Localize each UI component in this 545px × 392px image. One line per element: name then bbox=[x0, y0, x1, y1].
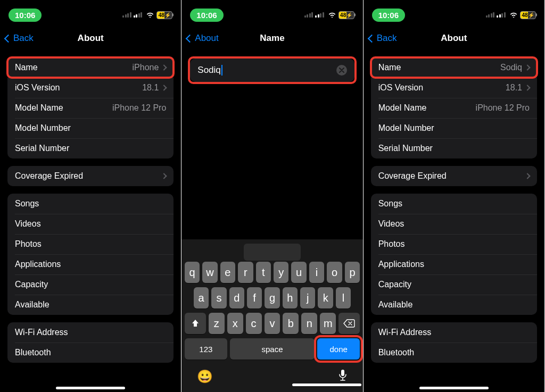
row-model-name: Model Name iPhone 12 Pro bbox=[371, 98, 537, 118]
highlight-edit-row: Sodiq bbox=[189, 57, 355, 83]
key-o[interactable]: o bbox=[327, 262, 342, 283]
key-space[interactable]: space bbox=[230, 338, 315, 360]
time-pill[interactable]: 10:06 bbox=[190, 9, 223, 22]
row-ios-version[interactable]: iOS Version 18.1 bbox=[7, 78, 174, 98]
row-bluetooth: Bluetooth bbox=[7, 343, 174, 363]
nav-bar: Back About bbox=[364, 27, 544, 50]
group-network: Wi-Fi Address Bluetooth bbox=[371, 322, 537, 363]
row-songs: Songs bbox=[371, 194, 537, 214]
key-a[interactable]: a bbox=[194, 287, 209, 308]
signal-phantom-icon bbox=[486, 12, 495, 18]
page-title: Name bbox=[260, 33, 284, 44]
home-indicator[interactable] bbox=[292, 383, 361, 386]
name-value: Sodiq bbox=[500, 63, 522, 72]
svg-rect-1 bbox=[341, 370, 344, 376]
key-d[interactable]: d bbox=[229, 287, 244, 308]
back-button[interactable]: Back bbox=[369, 33, 397, 44]
key-x[interactable]: x bbox=[227, 313, 243, 334]
row-ios-version[interactable]: iOS Version 18.1 bbox=[371, 78, 537, 98]
key-l[interactable]: l bbox=[336, 287, 351, 308]
row-name[interactable]: Name Sodiq bbox=[371, 57, 537, 78]
page-title: About bbox=[78, 33, 104, 44]
back-button[interactable]: Back bbox=[5, 33, 34, 44]
home-indicator[interactable] bbox=[419, 387, 489, 389]
keyboard-row-3: zxcvbnm bbox=[183, 313, 361, 334]
key-i[interactable]: i bbox=[309, 262, 324, 283]
name-input-row[interactable]: Sodiq bbox=[190, 59, 354, 82]
name-value: iPhone bbox=[133, 63, 159, 72]
row-photos: Photos bbox=[7, 234, 174, 254]
row-wifi-address: Wi-Fi Address bbox=[7, 322, 174, 343]
chevron-right-icon bbox=[161, 85, 167, 90]
name-label: Name bbox=[378, 63, 401, 72]
key-z[interactable]: z bbox=[209, 313, 225, 334]
battery-icon: 48⚡ bbox=[520, 11, 536, 19]
row-videos: Videos bbox=[371, 214, 537, 234]
signal-icon bbox=[134, 12, 143, 18]
row-capacity: Capacity bbox=[371, 274, 537, 295]
keyboard[interactable]: qwertyuiop asdfghjkl zxcvbnm 123 space d… bbox=[181, 239, 362, 392]
name-input[interactable]: Sodiq bbox=[197, 65, 336, 76]
key-n[interactable]: n bbox=[301, 313, 317, 334]
wifi-icon bbox=[146, 11, 154, 19]
key-m[interactable]: m bbox=[320, 313, 336, 334]
key-q[interactable]: q bbox=[185, 262, 200, 283]
status-icons: 48⚡ bbox=[122, 11, 172, 19]
row-bluetooth: Bluetooth bbox=[371, 343, 537, 363]
chevron-left-icon bbox=[4, 34, 13, 43]
key-c[interactable]: c bbox=[246, 313, 262, 334]
key-k[interactable]: k bbox=[318, 287, 333, 308]
key-s[interactable]: s bbox=[211, 287, 226, 308]
chevron-right-icon bbox=[161, 173, 167, 179]
row-coverage[interactable]: Coverage Expired bbox=[371, 166, 537, 186]
key-u[interactable]: u bbox=[291, 262, 306, 283]
key-e[interactable]: e bbox=[220, 262, 235, 283]
key-v[interactable]: v bbox=[265, 313, 280, 334]
row-name[interactable]: Name iPhone bbox=[7, 57, 174, 78]
signal-icon bbox=[497, 12, 506, 18]
emoji-button[interactable]: 😀 bbox=[197, 369, 213, 384]
group-coverage[interactable]: Coverage Expired bbox=[371, 166, 537, 186]
group-coverage[interactable]: Coverage Expired bbox=[7, 166, 174, 186]
group-media: Songs Videos Photos Applications Capacit… bbox=[371, 194, 537, 315]
chevron-left-icon bbox=[367, 34, 376, 43]
nav-bar: Back About bbox=[0, 27, 181, 50]
row-capacity: Capacity bbox=[7, 274, 174, 295]
key-w[interactable]: w bbox=[202, 262, 217, 283]
key-t[interactable]: t bbox=[256, 262, 271, 283]
wifi-icon bbox=[328, 11, 336, 19]
key-y[interactable]: y bbox=[274, 262, 288, 283]
clear-text-button[interactable] bbox=[336, 65, 347, 76]
time-pill[interactable]: 10:06 bbox=[9, 9, 42, 22]
back-button[interactable]: About bbox=[187, 33, 218, 44]
status-bar: 10:06 48⚡ bbox=[0, 3, 181, 27]
row-model-name: Model Name iPhone 12 Pro bbox=[7, 98, 174, 118]
time-pill[interactable]: 10:06 bbox=[372, 9, 405, 22]
row-available: Available bbox=[7, 295, 174, 315]
row-serial-number: Serial Number bbox=[7, 138, 174, 159]
key-h[interactable]: h bbox=[283, 287, 298, 308]
row-coverage[interactable]: Coverage Expired bbox=[7, 166, 174, 186]
wifi-icon bbox=[509, 11, 518, 19]
keyboard-row-4: 123 space done bbox=[183, 338, 361, 360]
keyboard-row-2: asdfghjkl bbox=[183, 287, 361, 308]
key-shift[interactable] bbox=[185, 313, 206, 334]
key-backspace[interactable] bbox=[338, 313, 360, 334]
battery-icon: 48⚡ bbox=[338, 11, 354, 19]
key-done[interactable]: done bbox=[317, 338, 360, 360]
key-j[interactable]: j bbox=[300, 287, 315, 308]
key-p[interactable]: p bbox=[345, 262, 360, 283]
dictation-button[interactable] bbox=[338, 369, 348, 384]
key-r[interactable]: r bbox=[238, 262, 253, 283]
key-g[interactable]: g bbox=[265, 287, 279, 308]
keyboard-suggestions[interactable] bbox=[183, 243, 361, 262]
home-indicator[interactable] bbox=[56, 387, 125, 389]
key-numeric[interactable]: 123 bbox=[185, 338, 227, 360]
key-b[interactable]: b bbox=[283, 313, 299, 334]
nav-bar: About Name bbox=[181, 27, 362, 50]
panel-about-after: 10:06 48⚡ Back About Name Sodiq bbox=[364, 0, 545, 392]
status-icons: 48⚡ bbox=[304, 11, 354, 19]
row-applications: Applications bbox=[7, 254, 174, 274]
group-device-info: iOS Version 18.1 Model Name iPhone 12 Pr… bbox=[7, 78, 174, 159]
key-f[interactable]: f bbox=[247, 287, 262, 308]
